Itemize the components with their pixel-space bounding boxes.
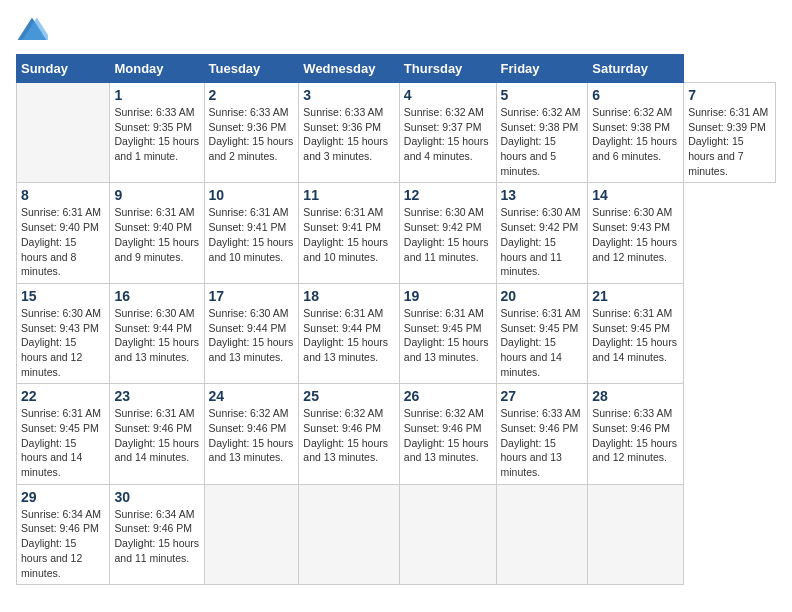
calendar-cell: 25 Sunrise: 6:32 AM Sunset: 9:46 PM Dayl… <box>299 384 399 484</box>
day-info: Sunrise: 6:30 AM Sunset: 9:43 PM Dayligh… <box>592 205 679 264</box>
day-number: 24 <box>209 388 295 404</box>
calendar-cell <box>204 484 299 584</box>
day-info: Sunrise: 6:30 AM Sunset: 9:44 PM Dayligh… <box>209 306 295 365</box>
day-info: Sunrise: 6:31 AM Sunset: 9:41 PM Dayligh… <box>209 205 295 264</box>
day-number: 6 <box>592 87 679 103</box>
day-info: Sunrise: 6:30 AM Sunset: 9:42 PM Dayligh… <box>404 205 492 264</box>
day-info: Sunrise: 6:30 AM Sunset: 9:44 PM Dayligh… <box>114 306 199 365</box>
calendar-cell: 5 Sunrise: 6:32 AM Sunset: 9:38 PM Dayli… <box>496 83 588 183</box>
calendar-cell: 2 Sunrise: 6:33 AM Sunset: 9:36 PM Dayli… <box>204 83 299 183</box>
logo <box>16 16 52 44</box>
day-info: Sunrise: 6:34 AM Sunset: 9:46 PM Dayligh… <box>114 507 199 566</box>
day-info: Sunrise: 6:31 AM Sunset: 9:44 PM Dayligh… <box>303 306 394 365</box>
calendar-cell: 7 Sunrise: 6:31 AM Sunset: 9:39 PM Dayli… <box>684 83 776 183</box>
day-number: 22 <box>21 388 105 404</box>
calendar-cell: 27 Sunrise: 6:33 AM Sunset: 9:46 PM Dayl… <box>496 384 588 484</box>
day-number: 8 <box>21 187 105 203</box>
calendar-week-4: 22 Sunrise: 6:31 AM Sunset: 9:45 PM Dayl… <box>17 384 776 484</box>
calendar-week-1: 1 Sunrise: 6:33 AM Sunset: 9:35 PM Dayli… <box>17 83 776 183</box>
header-thursday: Thursday <box>399 55 496 83</box>
day-info: Sunrise: 6:30 AM Sunset: 9:43 PM Dayligh… <box>21 306 105 379</box>
calendar-cell <box>588 484 684 584</box>
day-number: 17 <box>209 288 295 304</box>
day-number: 13 <box>501 187 584 203</box>
calendar-week-2: 8 Sunrise: 6:31 AM Sunset: 9:40 PM Dayli… <box>17 183 776 283</box>
day-number: 10 <box>209 187 295 203</box>
calendar-cell <box>299 484 399 584</box>
calendar-cell: 9 Sunrise: 6:31 AM Sunset: 9:40 PM Dayli… <box>110 183 204 283</box>
calendar-cell: 21 Sunrise: 6:31 AM Sunset: 9:45 PM Dayl… <box>588 283 684 383</box>
day-number: 11 <box>303 187 394 203</box>
calendar-week-3: 15 Sunrise: 6:30 AM Sunset: 9:43 PM Dayl… <box>17 283 776 383</box>
day-number: 28 <box>592 388 679 404</box>
day-info: Sunrise: 6:31 AM Sunset: 9:46 PM Dayligh… <box>114 406 199 465</box>
day-info: Sunrise: 6:32 AM Sunset: 9:46 PM Dayligh… <box>209 406 295 465</box>
calendar-cell: 22 Sunrise: 6:31 AM Sunset: 9:45 PM Dayl… <box>17 384 110 484</box>
day-info: Sunrise: 6:32 AM Sunset: 9:37 PM Dayligh… <box>404 105 492 164</box>
day-info: Sunrise: 6:32 AM Sunset: 9:46 PM Dayligh… <box>303 406 394 465</box>
calendar-cell <box>17 83 110 183</box>
header-tuesday: Tuesday <box>204 55 299 83</box>
day-number: 19 <box>404 288 492 304</box>
day-info: Sunrise: 6:33 AM Sunset: 9:46 PM Dayligh… <box>501 406 584 479</box>
day-number: 12 <box>404 187 492 203</box>
day-info: Sunrise: 6:31 AM Sunset: 9:40 PM Dayligh… <box>114 205 199 264</box>
calendar-cell: 26 Sunrise: 6:32 AM Sunset: 9:46 PM Dayl… <box>399 384 496 484</box>
day-info: Sunrise: 6:31 AM Sunset: 9:45 PM Dayligh… <box>21 406 105 479</box>
day-number: 20 <box>501 288 584 304</box>
calendar-cell <box>399 484 496 584</box>
day-info: Sunrise: 6:32 AM Sunset: 9:38 PM Dayligh… <box>592 105 679 164</box>
calendar-cell: 23 Sunrise: 6:31 AM Sunset: 9:46 PM Dayl… <box>110 384 204 484</box>
calendar-cell: 11 Sunrise: 6:31 AM Sunset: 9:41 PM Dayl… <box>299 183 399 283</box>
header-wednesday: Wednesday <box>299 55 399 83</box>
calendar-cell: 15 Sunrise: 6:30 AM Sunset: 9:43 PM Dayl… <box>17 283 110 383</box>
day-number: 30 <box>114 489 199 505</box>
calendar-table: SundayMondayTuesdayWednesdayThursdayFrid… <box>16 54 776 585</box>
calendar-cell: 29 Sunrise: 6:34 AM Sunset: 9:46 PM Dayl… <box>17 484 110 584</box>
calendar-cell: 19 Sunrise: 6:31 AM Sunset: 9:45 PM Dayl… <box>399 283 496 383</box>
calendar-cell: 1 Sunrise: 6:33 AM Sunset: 9:35 PM Dayli… <box>110 83 204 183</box>
day-number: 5 <box>501 87 584 103</box>
day-number: 29 <box>21 489 105 505</box>
calendar-week-5: 29 Sunrise: 6:34 AM Sunset: 9:46 PM Dayl… <box>17 484 776 584</box>
day-number: 16 <box>114 288 199 304</box>
calendar-cell: 30 Sunrise: 6:34 AM Sunset: 9:46 PM Dayl… <box>110 484 204 584</box>
day-info: Sunrise: 6:31 AM Sunset: 9:41 PM Dayligh… <box>303 205 394 264</box>
day-number: 18 <box>303 288 394 304</box>
calendar-header-row: SundayMondayTuesdayWednesdayThursdayFrid… <box>17 55 776 83</box>
day-number: 27 <box>501 388 584 404</box>
header-saturday: Saturday <box>588 55 684 83</box>
day-number: 15 <box>21 288 105 304</box>
calendar-cell: 12 Sunrise: 6:30 AM Sunset: 9:42 PM Dayl… <box>399 183 496 283</box>
header <box>16 16 776 44</box>
day-info: Sunrise: 6:32 AM Sunset: 9:38 PM Dayligh… <box>501 105 584 178</box>
header-monday: Monday <box>110 55 204 83</box>
header-friday: Friday <box>496 55 588 83</box>
day-number: 1 <box>114 87 199 103</box>
logo-icon <box>16 16 48 44</box>
day-number: 9 <box>114 187 199 203</box>
day-number: 25 <box>303 388 394 404</box>
day-number: 23 <box>114 388 199 404</box>
calendar-cell: 16 Sunrise: 6:30 AM Sunset: 9:44 PM Dayl… <box>110 283 204 383</box>
calendar-cell: 3 Sunrise: 6:33 AM Sunset: 9:36 PM Dayli… <box>299 83 399 183</box>
calendar-cell: 18 Sunrise: 6:31 AM Sunset: 9:44 PM Dayl… <box>299 283 399 383</box>
calendar-cell: 6 Sunrise: 6:32 AM Sunset: 9:38 PM Dayli… <box>588 83 684 183</box>
day-info: Sunrise: 6:32 AM Sunset: 9:46 PM Dayligh… <box>404 406 492 465</box>
day-number: 21 <box>592 288 679 304</box>
day-number: 4 <box>404 87 492 103</box>
day-info: Sunrise: 6:31 AM Sunset: 9:45 PM Dayligh… <box>592 306 679 365</box>
day-number: 26 <box>404 388 492 404</box>
calendar-cell: 8 Sunrise: 6:31 AM Sunset: 9:40 PM Dayli… <box>17 183 110 283</box>
calendar-cell: 20 Sunrise: 6:31 AM Sunset: 9:45 PM Dayl… <box>496 283 588 383</box>
day-info: Sunrise: 6:31 AM Sunset: 9:40 PM Dayligh… <box>21 205 105 278</box>
day-info: Sunrise: 6:30 AM Sunset: 9:42 PM Dayligh… <box>501 205 584 278</box>
calendar-cell <box>496 484 588 584</box>
day-number: 3 <box>303 87 394 103</box>
day-info: Sunrise: 6:33 AM Sunset: 9:36 PM Dayligh… <box>209 105 295 164</box>
day-info: Sunrise: 6:33 AM Sunset: 9:35 PM Dayligh… <box>114 105 199 164</box>
day-info: Sunrise: 6:31 AM Sunset: 9:45 PM Dayligh… <box>501 306 584 379</box>
calendar-cell: 17 Sunrise: 6:30 AM Sunset: 9:44 PM Dayl… <box>204 283 299 383</box>
header-sunday: Sunday <box>17 55 110 83</box>
day-info: Sunrise: 6:33 AM Sunset: 9:46 PM Dayligh… <box>592 406 679 465</box>
